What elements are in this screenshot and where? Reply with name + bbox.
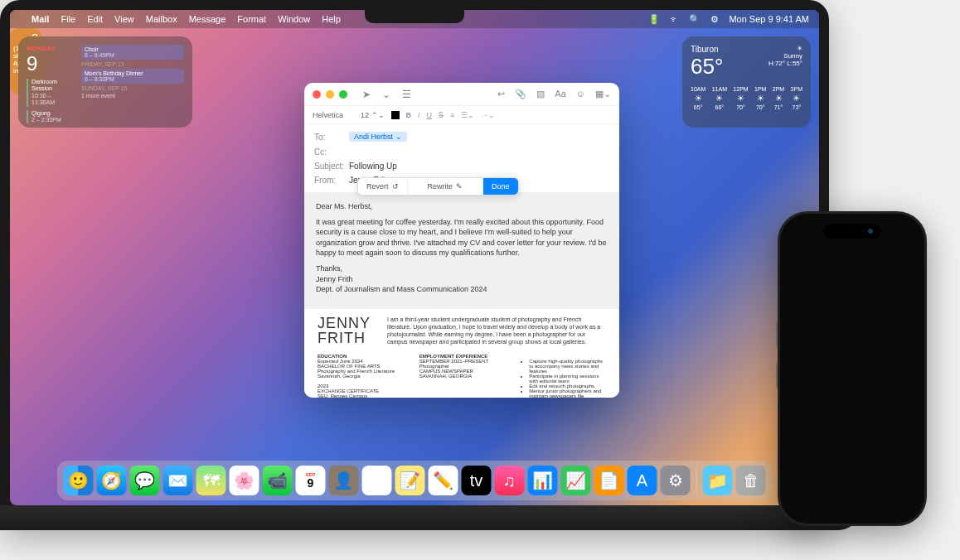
header-fields-icon[interactable]: ☰: [402, 89, 411, 100]
dock-downloads[interactable]: 📁: [703, 466, 733, 495]
dock-freeform[interactable]: ✏️: [429, 466, 458, 495]
sparkle-icon: ✎: [456, 182, 463, 191]
format-bar: Helvetica 12 ⌃⌄ B I U S̶ ≡ ☰⌄ →⌄: [304, 106, 619, 124]
font-select[interactable]: Helvetica: [313, 111, 354, 119]
chevron-down-icon[interactable]: ⌄: [382, 89, 390, 100]
bold-button[interactable]: B: [406, 111, 412, 119]
cc-field[interactable]: [349, 147, 609, 157]
calendar-widget[interactable]: MONDAY 9 Darkroom Session 10:30 – 11:30A…: [18, 36, 192, 128]
menu-file[interactable]: File: [61, 14, 75, 24]
cal-upcoming-event: Choir 8 – 8:45PM: [81, 45, 184, 60]
emoji-icon[interactable]: ☺: [576, 89, 585, 99]
menu-edit[interactable]: Edit: [87, 14, 103, 24]
cal-more-events: 1 more event: [81, 93, 184, 99]
minimize-button[interactable]: [326, 90, 334, 99]
weather-hour: 10AM☀65°: [691, 86, 705, 110]
dock-contacts[interactable]: 👤: [329, 466, 359, 495]
dock-finder[interactable]: 🙂: [64, 466, 94, 495]
format-icon[interactable]: Aa: [555, 89, 565, 99]
to-label: To:: [314, 133, 349, 142]
battery-icon[interactable]: 🔋: [648, 14, 660, 25]
wifi-icon[interactable]: ᯤ: [670, 14, 679, 24]
dock-notes[interactable]: 📝: [395, 466, 425, 495]
cv-education: EDUCATION Expected June 2024BACHELOR OF …: [318, 354, 403, 398]
revert-button[interactable]: Revert ↺: [358, 178, 407, 195]
dock-trash[interactable]: 🗑: [736, 466, 766, 495]
strike-button[interactable]: S̶: [439, 111, 444, 119]
window-titlebar[interactable]: ➤ ⌄ ☰ ↩ 📎 ▧ Aa ☺ ▦⌄: [304, 83, 619, 106]
send-icon[interactable]: ➤: [362, 89, 371, 100]
done-button[interactable]: Done: [483, 178, 518, 195]
dock-messages[interactable]: 💬: [130, 466, 160, 495]
menu-mailbox[interactable]: Mailbox: [146, 14, 177, 24]
menu-message[interactable]: Message: [189, 14, 226, 24]
dock-maps[interactable]: 🗺: [196, 466, 226, 495]
dock-photos[interactable]: 🌸: [230, 466, 259, 495]
menu-window[interactable]: Window: [278, 14, 310, 24]
menu-format[interactable]: Format: [237, 14, 266, 24]
weather-hour: 1PM☀70°: [754, 86, 766, 110]
dynamic-island: [823, 224, 881, 239]
weather-hour: 3PM☀73°: [791, 86, 802, 110]
italic-button[interactable]: I: [418, 111, 420, 119]
cal-date-header: SUNDAY, SEP 15: [81, 85, 184, 91]
dock-appstore[interactable]: A: [628, 466, 657, 495]
reply-icon[interactable]: ↩: [497, 89, 505, 99]
dock-settings[interactable]: ⚙: [661, 466, 691, 495]
app-menu[interactable]: Mail: [32, 14, 49, 24]
mail-body-text[interactable]: Dear Ms. Herbst, It was great meeting fo…: [304, 193, 619, 308]
weather-hour: 2PM☀71°: [773, 86, 784, 110]
iphone-frame: [778, 211, 927, 526]
cal-date-header: FRIDAY, SEP 13: [81, 61, 184, 67]
cv-bullets: x Capture high-quality photographs to ac…: [521, 354, 606, 398]
weather-widget[interactable]: Tiburon 65° ☀ Sunny H:72° L:55° 10AM☀65°…: [682, 36, 811, 128]
indent-button[interactable]: →⌄: [481, 111, 495, 119]
rewrite-button[interactable]: Rewrite ✎: [407, 178, 484, 195]
menu-help[interactable]: Help: [322, 14, 341, 24]
dock-facetime[interactable]: 📹: [263, 466, 293, 495]
desktop-screen: Mail File Edit View Mailbox Message Form…: [10, 10, 819, 505]
dock-numbers[interactable]: 📈: [561, 466, 591, 495]
from-label: From:: [314, 176, 349, 185]
dock-tv[interactable]: tv: [462, 466, 492, 495]
dock-pages[interactable]: 📄: [594, 466, 624, 495]
cv-name: FRITH: [318, 331, 371, 345]
attach-icon[interactable]: 📎: [515, 89, 526, 99]
close-button[interactable]: [313, 90, 321, 99]
weather-condition: ☀ Sunny H:72° L:55°: [768, 45, 802, 67]
zoom-button[interactable]: [339, 90, 347, 99]
weather-hourly: 10AM☀65°11AM☀68°12PM☀70°1PM☀70°2PM☀71°3P…: [691, 86, 802, 110]
recipient-chip[interactable]: Andi Herbst ⌄: [349, 132, 407, 142]
text-color-swatch[interactable]: [391, 111, 400, 119]
control-center-icon[interactable]: ⚙: [710, 14, 719, 25]
laptop-base: [0, 505, 862, 530]
dock-calendar[interactable]: SEP9: [296, 466, 326, 495]
photo-browser-icon[interactable]: ▦⌄: [595, 89, 611, 99]
list-button[interactable]: ☰⌄: [461, 111, 474, 119]
dock-safari[interactable]: 🧭: [97, 466, 127, 495]
align-button[interactable]: ≡: [450, 111, 454, 119]
cc-label: Cc:: [314, 147, 349, 157]
dock-keynote[interactable]: 📊: [528, 466, 558, 495]
search-icon[interactable]: 🔍: [689, 14, 701, 25]
cal-day-number: 9: [27, 52, 75, 75]
menu-view[interactable]: View: [114, 14, 134, 24]
dock-mail[interactable]: ✉️: [163, 466, 193, 495]
window-controls: [313, 90, 347, 99]
cv-attachment[interactable]: JENNY FRITH I am a third-year student un…: [304, 308, 619, 398]
weather-hour: 12PM☀70°: [733, 86, 748, 110]
cal-upcoming-event: Mom's Birthday Dinner 6 – 8:30PM: [81, 69, 184, 84]
mail-compose-window: ➤ ⌄ ☰ ↩ 📎 ▧ Aa ☺ ▦⌄ Helvetica 12 ⌃⌄ B: [304, 83, 619, 398]
font-size-stepper[interactable]: 12 ⌃⌄: [361, 111, 385, 119]
cv-employment: EMPLOYMENT EXPERIENCE SEPTEMBER 2021–PRE…: [419, 354, 505, 398]
dock-music[interactable]: ♫: [495, 466, 525, 495]
underline-button[interactable]: U: [427, 111, 433, 119]
insert-image-icon[interactable]: ▧: [536, 89, 545, 99]
undo-icon: ↺: [392, 182, 399, 191]
clock-datetime[interactable]: Mon Sep 9 9:41 AM: [729, 14, 809, 24]
weather-hour: 11AM☀68°: [712, 86, 727, 110]
dock-separator: [696, 467, 697, 494]
subject-field[interactable]: Following Up: [349, 162, 397, 171]
dock-reminders[interactable]: ☑: [362, 466, 392, 495]
display-notch: [365, 10, 464, 23]
